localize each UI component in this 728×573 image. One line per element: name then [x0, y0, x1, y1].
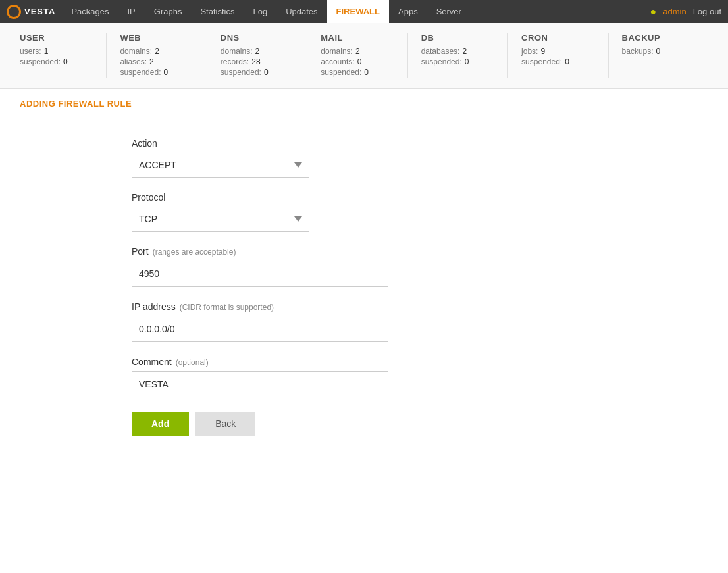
stats-user-row-0: users: 1 [20, 47, 93, 56]
stats-backup: BACKUP backups: 0 [609, 33, 708, 78]
stats-mail-title: MAIL [321, 33, 394, 43]
nav-item-server[interactable]: Server [427, 0, 471, 23]
stats-user-label-0: users: [20, 47, 41, 56]
protocol-group: Protocol TCP UDP ICMP [132, 192, 441, 232]
logout-button[interactable]: Log out [693, 7, 721, 16]
logo-icon [7, 5, 21, 19]
nav-item-log[interactable]: Log [244, 0, 276, 23]
navbar: VESTA Packages IP Graphs Statistics Log … [0, 0, 728, 23]
nav-item-firewall[interactable]: FIREWALL [327, 0, 389, 23]
back-button[interactable]: Back [195, 412, 255, 436]
section-title: ADDING FIREWALL RULE [20, 99, 132, 109]
stats-user-row-1: suspended: 0 [20, 57, 93, 66]
stats-user-value-1: 0 [63, 57, 68, 66]
section-header: ADDING FIREWALL RULE [0, 89, 728, 118]
stats-user: USER users: 1 suspended: 0 [20, 33, 107, 78]
port-input[interactable] [132, 261, 388, 287]
stats-backup-title: BACKUP [622, 33, 695, 43]
comment-input[interactable] [132, 371, 388, 397]
stats-dns: DNS domains: 2 records: 28 suspended: 0 [207, 33, 307, 78]
stats-user-title: USER [20, 33, 93, 43]
protocol-label: Protocol [132, 192, 441, 203]
admin-label[interactable]: admin [663, 7, 686, 16]
nav-items: Packages IP Graphs Statistics Log Update… [62, 0, 650, 23]
stats-bar: USER users: 1 suspended: 0 WEB domains: … [0, 23, 728, 89]
stats-web: WEB domains: 2 aliases: 2 suspended: 0 [107, 33, 207, 78]
ip-label: IP address (CIDR format is supported) [132, 301, 441, 312]
nav-right: ● admin Log out [650, 6, 721, 18]
stats-web-title: WEB [120, 33, 193, 43]
nav-item-graphs[interactable]: Graphs [145, 0, 192, 23]
comment-label: Comment (optional) [132, 357, 441, 367]
nav-item-updates[interactable]: Updates [276, 0, 326, 23]
protocol-select[interactable]: TCP UDP ICMP [132, 207, 309, 232]
form-container: Action ACCEPT DROP REJECT Protocol TCP U… [0, 118, 461, 455]
stats-db: DB databases: 2 suspended: 0 [408, 33, 508, 78]
comment-group: Comment (optional) [132, 357, 441, 397]
button-row: Add Back [132, 412, 441, 436]
stats-cron-title: CRON [521, 33, 594, 43]
nav-item-apps[interactable]: Apps [389, 0, 427, 23]
nav-item-ip[interactable]: IP [118, 0, 144, 23]
stats-user-value-0: 1 [44, 47, 49, 56]
bell-icon[interactable]: ● [650, 6, 657, 18]
action-select[interactable]: ACCEPT DROP REJECT [132, 153, 309, 178]
stats-cron: CRON jobs: 9 suspended: 0 [508, 33, 608, 78]
nav-item-statistics[interactable]: Statistics [191, 0, 244, 23]
stats-dns-title: DNS [221, 33, 294, 43]
action-group: Action ACCEPT DROP REJECT [132, 138, 441, 178]
logo-text: VESTA [24, 7, 55, 16]
port-group: Port (ranges are acceptable) [132, 246, 441, 287]
port-note: (ranges are acceptable) [153, 247, 236, 257]
action-label: Action [132, 138, 441, 149]
port-label: Port (ranges are acceptable) [132, 246, 441, 257]
ip-group: IP address (CIDR format is supported) [132, 301, 441, 342]
add-button[interactable]: Add [132, 412, 189, 436]
comment-note: (optional) [176, 358, 209, 367]
stats-mail: MAIL domains: 2 accounts: 0 suspended: 0 [307, 33, 407, 78]
stats-user-label-1: suspended: [20, 57, 61, 66]
nav-item-packages[interactable]: Packages [62, 0, 118, 23]
ip-input[interactable] [132, 316, 388, 342]
logo: VESTA [7, 5, 55, 19]
ip-note: (CIDR format is supported) [180, 303, 274, 312]
stats-db-title: DB [421, 33, 494, 43]
